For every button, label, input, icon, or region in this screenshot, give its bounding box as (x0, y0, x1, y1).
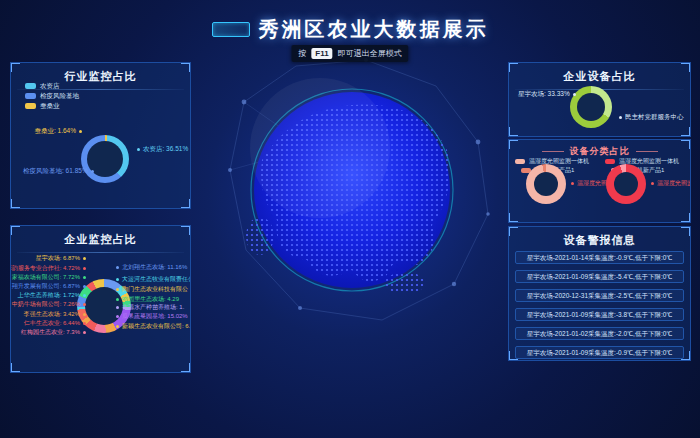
chart-label: 彩韵服务专业合作社: 4.72% (10, 265, 86, 272)
corner-decoration (181, 199, 191, 209)
legend-swatch (605, 159, 615, 164)
corner-decoration (181, 363, 191, 373)
legend-swatch (25, 93, 36, 99)
panel-title: 行业监控占比 (11, 63, 190, 84)
device-category-left-donut-chart[interactable] (526, 164, 566, 204)
corner-decoration (681, 62, 691, 72)
alert-list-item: 星宇农场-2020-12-31采集温度:-2.5℃,低于下限:0℃ (515, 289, 684, 302)
corner-decoration (181, 225, 191, 235)
industry-donut-chart[interactable] (81, 135, 129, 183)
panel-title: 设备分类占比 (509, 140, 690, 158)
fullscreen-exit-tooltip: 按 F11 即可退出全屏模式 (291, 45, 408, 62)
chart-label: 北刘翔生态农场: 11.16% (116, 264, 187, 271)
corner-decoration (508, 127, 518, 137)
chart-label: 鸣国里生态农场: 4.29 (116, 296, 179, 303)
panel-enterprise-device: 企业设备占比 星宇农场: 33.33% 民主村党群服务中心 (508, 62, 691, 137)
alert-list-item: 星宇农场-2021-01-09采集温度:-3.8℃,低于下限:0℃ (515, 308, 684, 321)
chart-label: 李强生态农场: 3.42% (24, 311, 86, 318)
corner-decoration (681, 226, 691, 236)
corner-decoration (508, 139, 518, 149)
panel-title: 企业设备占比 (509, 63, 690, 84)
panel-enterprise-monitor: 企业监控占比 星宇农场: 6.87% 彩韵服务专业合作社: 4.72% 家福农场… (10, 225, 191, 373)
corner-decoration (681, 139, 691, 149)
chart-label: 家福农场有限公司: 7.72% (12, 274, 86, 281)
chart-label: 红梅园生态农业: 7.3% (21, 329, 86, 336)
legend-swatch (25, 83, 36, 89)
corner-decoration (10, 62, 20, 72)
f11-keycap: F11 (311, 48, 332, 59)
corner-decoration (10, 199, 20, 209)
page-header: 秀洲区农业大数据展示 (0, 16, 700, 43)
chart-label: 新颖生态农业有限公司: 6.87% (116, 323, 191, 330)
panel-industry-monitor: 行业监控占比 农资店 检疫风险基地 蚕桑业 蚕桑业: 1.64% 农资店: 36… (10, 62, 191, 209)
chart-label: 检疫风险基地: 61.85% (23, 167, 94, 174)
dashboard-root: 秀洲区农业大数据展示 按 F11 即可退出全屏模式 行业监控占比 农资店 检疫风… (0, 0, 700, 438)
panel-device-category: 设备分类占比 温湿度光照监测一体机 一体机新产品1 温湿度光照监测一 温湿度光照… (508, 139, 691, 223)
panel-title-text: 设备分类占比 (570, 145, 630, 158)
title-line-decoration (542, 151, 564, 152)
chart-label: 瓜果蔬菜园基地: 15.02% (116, 313, 188, 320)
legend-label: 温湿度光照监测一体机 (529, 158, 589, 165)
device-category-right-donut-chart[interactable] (606, 164, 646, 204)
legend-label: 蚕桑业 (40, 102, 60, 109)
globe-network-graphic (200, 38, 504, 342)
corner-decoration (508, 226, 518, 236)
panel-device-alerts: 设备警报信息 星宇农场-2021-01-14采集温度:-0.9℃,低于下限:0℃… (508, 226, 691, 361)
chart-label: 星宇农场: 6.87% (36, 255, 86, 262)
panel-title: 设备警报信息 (509, 227, 690, 248)
legend-item[interactable]: 温湿度光照监测一体机 (605, 158, 679, 165)
chart-label: 民主村党群服务中心 (619, 113, 684, 120)
legend-swatch (25, 103, 36, 109)
title-line-decoration (636, 151, 658, 152)
legend-item[interactable]: 农资店 (25, 82, 79, 89)
legend-label: 农资店 (40, 82, 60, 89)
corner-decoration (10, 363, 20, 373)
industry-legend: 农资店 检疫风险基地 蚕桑业 (25, 82, 79, 109)
chart-label: 翔升发展有限公司: 6.87% (12, 283, 86, 290)
alert-list-item: 星宇农场-2021-01-09采集温度:-0.9℃,低于下限:0℃ (515, 346, 684, 359)
chart-label: 大运河生态牧业有限责任公 (116, 276, 191, 283)
chart-label: 星宇农场: 33.33% (518, 90, 576, 97)
corner-decoration (181, 62, 191, 72)
chart-label: 仁丰生态农业: 6.44% (24, 320, 86, 327)
legend-item[interactable]: 蚕桑业 (25, 102, 79, 109)
enterprise-device-donut-chart[interactable] (570, 86, 612, 128)
alert-list-item: 星宇农场-2021-01-14采集温度:-0.9℃,低于下限:0℃ (515, 251, 684, 264)
corner-decoration (508, 213, 518, 223)
corner-decoration (10, 225, 20, 235)
page-title: 秀洲区农业大数据展示 (259, 16, 489, 43)
chart-label: 农资店: 36.51% (137, 145, 188, 152)
chart-label: 陶门生态农业科技有限公 (116, 286, 188, 293)
alert-list-item: 星宇农场-2021-01-09采集温度:-5.4℃,低于下限:0℃ (515, 270, 684, 283)
corner-decoration (508, 62, 518, 72)
legend-item[interactable]: 检疫风险基地 (25, 92, 79, 99)
chart-label: 中奶牛场有限公司: 7.26% (12, 301, 86, 308)
tooltip-suffix: 即可退出全屏模式 (338, 48, 402, 59)
tooltip-prefix: 按 (298, 48, 306, 59)
corner-decoration (681, 213, 691, 223)
chart-label: 蚕桑业: 1.64% (34, 127, 82, 134)
legend-swatch (515, 159, 525, 164)
brand-logo-icon (212, 22, 250, 37)
chart-label: 温湿度光照监一 (651, 180, 691, 187)
panel-title: 企业监控占比 (11, 226, 190, 247)
alert-list-item: 星宇农场-2021-01-02采集温度:-2.0℃,低于下限:0℃ (515, 327, 684, 340)
divider (17, 252, 184, 253)
chart-label: 丰源水产种苗养殖场: 1. (116, 304, 184, 311)
corner-decoration (681, 127, 691, 137)
legend-label: 检疫风险基地 (40, 92, 79, 99)
chart-label: 上华生态养殖场: 1.72% (18, 292, 86, 299)
